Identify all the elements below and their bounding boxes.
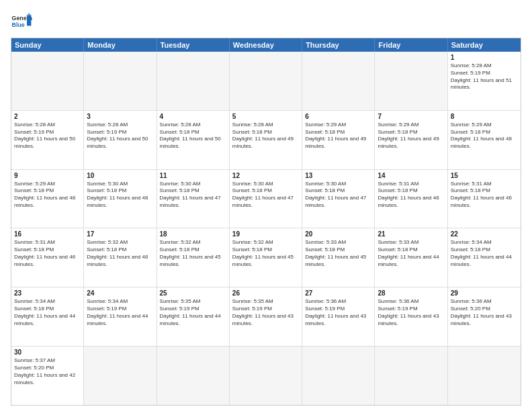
day-number: 12 [232,172,299,179]
day-cell-9: 9Sunrise: 5:29 AM Sunset: 5:18 PM Daylig… [11,170,84,228]
day-number: 9 [14,172,81,179]
day-number: 26 [232,289,299,297]
day-info: Sunrise: 5:30 AM Sunset: 5:18 PM Dayligh… [160,181,226,210]
logo: General Blue [11,11,32,32]
day-number: 6 [305,113,371,120]
day-cell-12: 12Sunrise: 5:30 AM Sunset: 5:18 PM Dayli… [230,170,302,228]
day-cell-24: 24Sunrise: 5:34 AM Sunset: 5:19 PM Dayli… [84,287,157,346]
day-cell-27: 27Sunrise: 5:36 AM Sunset: 5:19 PM Dayli… [302,287,375,346]
day-cell-30: 30Sunrise: 5:37 AM Sunset: 5:20 PM Dayli… [11,347,84,405]
day-cell-3: 3Sunrise: 5:28 AM Sunset: 5:19 PM Daylig… [84,111,157,169]
day-number: 29 [451,289,518,297]
day-number: 21 [378,230,444,238]
day-cell-18: 18Sunrise: 5:32 AM Sunset: 5:18 PM Dayli… [157,228,230,287]
calendar-row-2: 9Sunrise: 5:29 AM Sunset: 5:18 PM Daylig… [11,170,521,229]
day-number: 20 [305,230,371,238]
day-number: 4 [160,113,226,120]
day-number: 22 [451,230,518,238]
day-number: 28 [378,289,444,297]
day-number: 14 [378,172,444,179]
day-cell-16: 16Sunrise: 5:31 AM Sunset: 5:18 PM Dayli… [11,228,84,287]
empty-cell [84,52,157,110]
weekday-header-saturday: Saturday [448,38,521,52]
header: General Blue [11,11,521,32]
day-cell-2: 2Sunrise: 5:28 AM Sunset: 5:19 PM Daylig… [11,111,84,169]
day-cell-7: 7Sunrise: 5:29 AM Sunset: 5:18 PM Daylig… [375,111,447,169]
day-info: Sunrise: 5:28 AM Sunset: 5:18 PM Dayligh… [232,122,299,150]
day-info: Sunrise: 5:29 AM Sunset: 5:18 PM Dayligh… [14,181,81,210]
day-cell-25: 25Sunrise: 5:35 AM Sunset: 5:19 PM Dayli… [157,287,230,346]
day-cell-4: 4Sunrise: 5:28 AM Sunset: 5:18 PM Daylig… [157,111,230,169]
weekday-header-friday: Friday [375,38,447,52]
day-number: 5 [232,113,299,120]
day-cell-23: 23Sunrise: 5:34 AM Sunset: 5:18 PM Dayli… [11,287,84,346]
day-info: Sunrise: 5:31 AM Sunset: 5:18 PM Dayligh… [14,239,81,268]
weekday-header-wednesday: Wednesday [230,38,302,52]
day-number: 23 [14,289,81,297]
day-info: Sunrise: 5:34 AM Sunset: 5:18 PM Dayligh… [451,239,518,268]
day-number: 8 [451,113,518,120]
svg-text:Blue: Blue [12,21,25,28]
day-cell-11: 11Sunrise: 5:30 AM Sunset: 5:18 PM Dayli… [157,170,230,228]
day-cell-6: 6Sunrise: 5:29 AM Sunset: 5:18 PM Daylig… [302,111,375,169]
day-info: Sunrise: 5:36 AM Sunset: 5:19 PM Dayligh… [378,298,444,327]
empty-cell [230,347,302,405]
svg-marker-2 [27,15,31,26]
day-info: Sunrise: 5:33 AM Sunset: 5:18 PM Dayligh… [305,239,371,268]
day-cell-26: 26Sunrise: 5:35 AM Sunset: 5:19 PM Dayli… [230,287,302,346]
day-info: Sunrise: 5:34 AM Sunset: 5:18 PM Dayligh… [14,298,81,327]
day-info: Sunrise: 5:28 AM Sunset: 5:19 PM Dayligh… [87,122,153,150]
day-info: Sunrise: 5:33 AM Sunset: 5:18 PM Dayligh… [378,239,444,268]
day-number: 7 [378,113,444,120]
day-number: 10 [87,172,153,179]
calendar-row-3: 16Sunrise: 5:31 AM Sunset: 5:18 PM Dayli… [11,228,521,287]
calendar-row-1: 2Sunrise: 5:28 AM Sunset: 5:19 PM Daylig… [11,111,521,170]
empty-cell [375,347,447,405]
day-cell-28: 28Sunrise: 5:36 AM Sunset: 5:19 PM Dayli… [375,287,447,346]
day-info: Sunrise: 5:36 AM Sunset: 5:20 PM Dayligh… [451,298,518,327]
day-info: Sunrise: 5:30 AM Sunset: 5:18 PM Dayligh… [232,181,299,210]
empty-cell [84,347,157,405]
day-info: Sunrise: 5:36 AM Sunset: 5:19 PM Dayligh… [305,298,371,327]
day-cell-13: 13Sunrise: 5:30 AM Sunset: 5:18 PM Dayli… [302,170,375,228]
day-number: 15 [451,172,518,179]
calendar-row-4: 23Sunrise: 5:34 AM Sunset: 5:18 PM Dayli… [11,287,521,347]
day-cell-17: 17Sunrise: 5:32 AM Sunset: 5:18 PM Dayli… [84,228,157,287]
day-number: 30 [14,349,81,356]
svg-marker-3 [27,13,31,15]
day-cell-10: 10Sunrise: 5:30 AM Sunset: 5:18 PM Dayli… [84,170,157,228]
day-cell-15: 15Sunrise: 5:31 AM Sunset: 5:18 PM Dayli… [448,170,521,228]
day-cell-1: 1Sunrise: 5:28 AM Sunset: 5:19 PM Daylig… [448,52,521,110]
day-info: Sunrise: 5:30 AM Sunset: 5:18 PM Dayligh… [87,181,153,210]
day-number: 11 [160,172,226,179]
day-number: 18 [160,230,226,238]
empty-cell [11,52,84,110]
day-number: 16 [14,230,81,238]
day-info: Sunrise: 5:29 AM Sunset: 5:18 PM Dayligh… [378,122,444,150]
day-info: Sunrise: 5:28 AM Sunset: 5:18 PM Dayligh… [160,122,226,150]
calendar-body: 1Sunrise: 5:28 AM Sunset: 5:19 PM Daylig… [11,52,521,405]
day-number: 17 [87,230,153,238]
generalblue-logo-icon: General Blue [11,11,32,32]
day-info: Sunrise: 5:31 AM Sunset: 5:18 PM Dayligh… [451,181,518,210]
day-number: 24 [87,289,153,297]
day-number: 3 [87,113,153,120]
day-cell-5: 5Sunrise: 5:28 AM Sunset: 5:18 PM Daylig… [230,111,302,169]
day-cell-29: 29Sunrise: 5:36 AM Sunset: 5:20 PM Dayli… [448,287,521,346]
empty-cell [375,52,447,110]
day-info: Sunrise: 5:37 AM Sunset: 5:20 PM Dayligh… [14,357,81,386]
empty-cell [157,52,230,110]
calendar-header-row: SundayMondayTuesdayWednesdayThursdayFrid… [11,38,521,52]
day-number: 19 [232,230,299,238]
day-number: 27 [305,289,371,297]
day-number: 25 [160,289,226,297]
day-info: Sunrise: 5:30 AM Sunset: 5:18 PM Dayligh… [305,181,371,210]
page: General Blue SundayMondayTuesdayWednesda… [0,0,532,411]
day-cell-19: 19Sunrise: 5:32 AM Sunset: 5:18 PM Dayli… [230,228,302,287]
empty-cell [302,347,375,405]
weekday-header-monday: Monday [84,38,157,52]
day-cell-8: 8Sunrise: 5:29 AM Sunset: 5:18 PM Daylig… [448,111,521,169]
day-info: Sunrise: 5:31 AM Sunset: 5:18 PM Dayligh… [378,181,444,210]
empty-cell [448,347,521,405]
day-info: Sunrise: 5:32 AM Sunset: 5:18 PM Dayligh… [232,239,299,268]
